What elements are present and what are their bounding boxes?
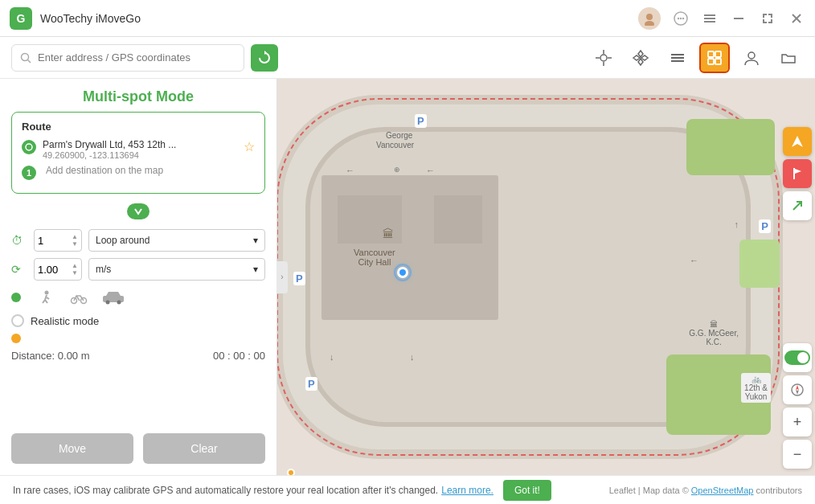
loop-spinners[interactable]: ▲ ▼ — [72, 233, 78, 248]
svg-rect-17 — [771, 19, 772, 23]
search-box[interactable] — [11, 44, 244, 72]
svg-point-4 — [680, 17, 682, 18]
route-item-1: Parm's Drywall Ltd, 453 12th ... 49.2609… — [22, 139, 255, 160]
svg-rect-15 — [763, 19, 764, 23]
speed-value: 1.00 — [38, 264, 58, 276]
parking-top: P — [415, 114, 427, 128]
destination-number-icon: 1 — [22, 166, 36, 180]
svg-point-20 — [22, 53, 29, 60]
got-it-button[interactable]: Got it! — [503, 480, 551, 501]
george-label: George — [386, 131, 412, 140]
move-icon-button[interactable] — [625, 43, 656, 73]
refresh-icon — [257, 51, 272, 65]
folder-button[interactable] — [773, 43, 804, 73]
search-icon — [20, 52, 31, 64]
window-controls — [638, 7, 805, 30]
multispot-icon — [706, 49, 723, 67]
expand-button[interactable] — [127, 203, 149, 219]
chevron-down-icon — [133, 207, 143, 215]
svg-point-5 — [682, 17, 684, 18]
flag-button[interactable] — [783, 159, 812, 188]
svg-point-51 — [106, 301, 110, 305]
svg-point-23 — [600, 55, 607, 61]
svg-rect-28 — [671, 54, 684, 55]
svg-line-45 — [45, 300, 47, 303]
speed-unit-dropdown[interactable]: m/s ▾ — [88, 258, 265, 281]
osm-link[interactable]: OpenStreetMap — [691, 486, 754, 495]
svg-rect-31 — [708, 51, 714, 57]
layers-button[interactable] — [662, 43, 693, 73]
loop-mode-dropdown[interactable]: Loop around ▾ — [88, 229, 265, 252]
location-services-button[interactable] — [783, 127, 812, 156]
walking-icon[interactable] — [37, 290, 56, 305]
favorite-star[interactable]: ☆ — [244, 139, 255, 154]
toggle-button[interactable] — [783, 343, 812, 372]
svg-point-35 — [748, 52, 755, 59]
svg-point-1 — [645, 21, 654, 26]
realistic-mode-label: Realistic mode — [31, 315, 99, 327]
svg-line-21 — [28, 59, 31, 63]
svg-point-52 — [117, 301, 121, 305]
user-profile-button[interactable] — [736, 43, 767, 73]
menu-icon[interactable] — [701, 10, 719, 27]
svg-point-42 — [45, 291, 49, 295]
notice-text: In rare cases, iOS may calibrate GPS and… — [13, 485, 438, 496]
avatar[interactable] — [638, 7, 661, 30]
waypoint-dot — [11, 334, 21, 343]
car-icon[interactable] — [101, 290, 125, 305]
move-button[interactable]: Move — [11, 433, 133, 464]
zoom-out-button[interactable]: − — [783, 440, 812, 469]
minimize-button[interactable] — [730, 10, 747, 27]
fullscreen-button[interactable] — [759, 10, 776, 27]
parking-left: P — [293, 272, 305, 285]
svg-marker-37 — [795, 169, 801, 174]
panel-collapse-button[interactable]: › — [276, 261, 288, 293]
main-container: Vancouver City Hall 🏛 George Vancouver P… — [0, 37, 815, 475]
svg-point-0 — [646, 14, 653, 20]
speed-spinners[interactable]: ▲ ▼ — [72, 262, 78, 277]
close-button[interactable] — [788, 10, 805, 27]
zoom-in-button[interactable]: + — [783, 408, 812, 436]
time-text: 00 : 00 : 00 — [213, 350, 265, 362]
refresh-button[interactable] — [251, 44, 278, 72]
clear-button[interactable]: Clear — [143, 433, 265, 464]
loop-count-input[interactable]: 1 ▲ ▼ — [34, 229, 82, 252]
app-logo: G — [10, 7, 32, 30]
realistic-mode-radio[interactable] — [11, 314, 24, 327]
loop-icon: ⏱ — [11, 234, 27, 247]
parking-bottom-left: P — [305, 377, 317, 391]
osm-attribution: Leaflet | Map data © OpenStreetMap contr… — [609, 486, 802, 495]
svg-rect-9 — [734, 18, 743, 19]
svg-rect-29 — [671, 57, 684, 59]
svg-rect-33 — [708, 59, 714, 64]
svg-rect-36 — [793, 168, 795, 179]
svg-marker-40 — [796, 390, 799, 395]
12th-yukon-label: 🚲 12th & Yukon — [741, 373, 771, 403]
route-item-add[interactable]: 1 Add destination on the map — [22, 165, 255, 180]
svg-rect-30 — [671, 60, 684, 62]
left-panel: › Multi-spot Mode Route Parm's Drywall L… — [0, 79, 277, 475]
gps-center-button[interactable] — [588, 43, 619, 73]
location-dot — [394, 264, 412, 281]
svg-line-46 — [47, 297, 49, 299]
route-origin-icon — [22, 140, 36, 154]
learn-more-link[interactable]: Learn more. — [441, 485, 494, 496]
multispot-button[interactable] — [699, 43, 730, 73]
expand-button-wrap — [0, 203, 276, 219]
search-input[interactable] — [38, 51, 235, 64]
cycling-icon[interactable] — [69, 290, 88, 305]
svg-point-41 — [26, 144, 32, 150]
bottom-bar: In rare cases, iOS may calibrate GPS and… — [0, 475, 815, 504]
svg-point-3 — [678, 17, 679, 18]
svg-rect-6 — [704, 14, 715, 16]
route-box: Route Parm's Drywall Ltd, 453 12th ... 4… — [11, 112, 265, 194]
app-title: WooTechy iMoveGo — [40, 12, 638, 25]
loop-count-value: 1 — [38, 235, 43, 247]
svg-rect-8 — [704, 21, 715, 23]
route-start-dot — [11, 293, 21, 302]
compass-button[interactable] — [783, 375, 812, 404]
speed-value-input[interactable]: 1.00 ▲ ▼ — [34, 258, 82, 281]
chat-icon[interactable] — [672, 10, 690, 27]
add-destination-text: Add destination on the map — [46, 165, 163, 176]
arrow-button[interactable] — [783, 191, 812, 220]
